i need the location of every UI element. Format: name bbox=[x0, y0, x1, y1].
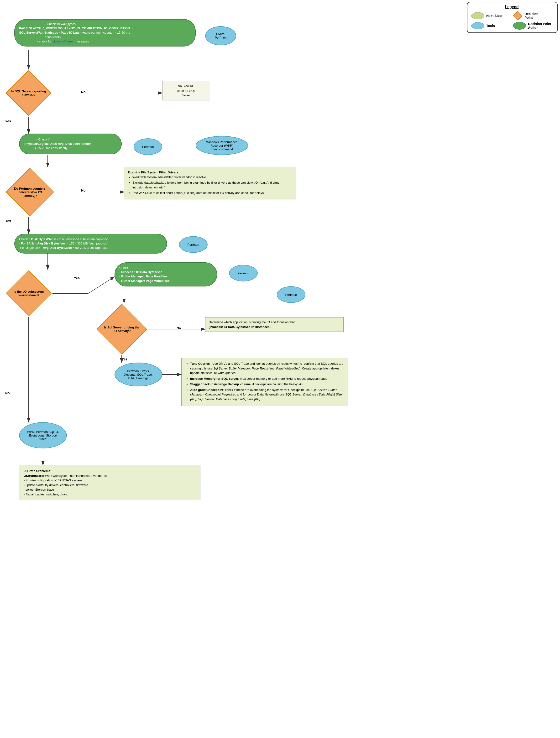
diamond1-container: Is SQL Server reportingslow I/O? bbox=[5, 69, 52, 117]
diamond4-label: Is Sql Server driving theI/O Activity? bbox=[100, 322, 144, 337]
diamond1-text-container: Is SQL Server reportingslow I/O? bbox=[5, 69, 52, 117]
perfmon1-label: Perfmon bbox=[142, 145, 154, 148]
disk-latency-text: - Check if Physical/Logical Disk: Avg. D… bbox=[24, 138, 91, 150]
yes1-label: Yes bbox=[5, 119, 11, 123]
next-step-shape bbox=[471, 12, 484, 19]
disk-latency-cloud: - Check if Physical/Logical Disk: Avg. D… bbox=[19, 133, 122, 154]
flowchart-container: Legend Next Step DecisionPoint Tools Dec… bbox=[0, 0, 560, 738]
dmvs-perfmon-tool: DMVs,Perfmon bbox=[205, 26, 236, 45]
diamond3-label: Is the I/O subsystemoverwhelmed? bbox=[10, 286, 47, 301]
legend-item-next: Next Step bbox=[471, 12, 511, 19]
disk-bytes-text: Check if Disk Bytes/Sec is close to/beyo… bbox=[19, 237, 108, 250]
no2-label: No bbox=[81, 189, 86, 192]
wait-types-cloud: - Check for wait_types: PAGEIOLATCH_*, W… bbox=[14, 19, 196, 46]
decision-point-label: DecisionPoint bbox=[524, 12, 538, 20]
yes2-label: Yes bbox=[5, 219, 11, 223]
legend-item-decision: DecisionPoint bbox=[513, 11, 552, 20]
wpr-tool: Windows PerformanceRecorder (WPR)Fltmc c… bbox=[196, 136, 248, 155]
filter-item-1: Work with system admin/filter driver ven… bbox=[132, 175, 292, 179]
legend-box: Legend Next Step DecisionPoint Tools Dec… bbox=[467, 2, 558, 33]
diamond4-container: Is Sql Server driving theI/O Activity? bbox=[95, 303, 148, 355]
io-data-text: Check - Process : IO Data Bytes/sec - Bu… bbox=[119, 266, 170, 283]
diamond2-text-container: Do Perfmon countersindicate slow I/O(lat… bbox=[5, 167, 55, 217]
tune-list: Tune Queries : Use DMVs and SQL Trace an… bbox=[186, 361, 344, 401]
yes4-label: Yes bbox=[122, 357, 127, 361]
no4-label: No bbox=[177, 326, 181, 330]
tools-label: Tools bbox=[486, 24, 495, 28]
disk-bytes-cloud: Check if Disk Bytes/Sec is close to/beyo… bbox=[14, 234, 167, 254]
dmvs-perfmon-label: DMVs,Perfmon bbox=[215, 32, 226, 39]
io-path-text: I/O Path Problems: OS/Hardware: Work wit… bbox=[24, 469, 107, 496]
tune-item-2: Increase Memory for SQL Server: max serv… bbox=[190, 376, 344, 381]
perfmon2-tool: Perfmon bbox=[179, 236, 208, 253]
filter-item-2: Exclude data/log/backup folders from bei… bbox=[132, 180, 292, 190]
no-slow-io-box: No Slow I/Oissue for SQLServer bbox=[162, 81, 210, 100]
determine-text: Determine which application is driving t… bbox=[209, 320, 295, 329]
filter-drivers-list: Work with system admin/filter driver ven… bbox=[128, 175, 292, 196]
perfmon3-label: Perfmon bbox=[237, 272, 249, 275]
tune-item-1: Tune Queries : Use DMVs and SQL Trace an… bbox=[190, 361, 344, 375]
legend-item-tools: Tools bbox=[471, 22, 511, 29]
no-slow-io-text: No Slow I/Oissue for SQLServer bbox=[177, 84, 196, 97]
perfmon-dmvs-label: Perfmon, DMVs,Xevents, SQL Trace,DTA, Er… bbox=[124, 369, 153, 380]
filter-item-3: Use WPR.exe to collect short-period(<10 … bbox=[132, 191, 292, 196]
legend-item-action: Decision PointAction bbox=[513, 22, 552, 30]
tune-queries-box: Tune Queries : Use DMVs and SQL Trace an… bbox=[181, 358, 348, 406]
filter-drivers-title: Examine File System Filter Drivers: bbox=[128, 170, 179, 174]
perfmon-dmvs-tool: Perfmon, DMVs,Xevents, SQL Trace,DTA, Er… bbox=[114, 363, 162, 386]
wpr-label: Windows PerformanceRecorder (WPR)Fltmc c… bbox=[206, 140, 238, 151]
diamond1-label: Is SQL Server reportingslow I/O? bbox=[6, 85, 51, 101]
no3-label: No bbox=[5, 391, 10, 395]
perfmon1-tool: Perfmon bbox=[133, 138, 162, 155]
diamond2-label: Do Perfmon countersindicate slow I/O(lat… bbox=[10, 183, 49, 201]
diamond4-text-container: Is Sql Server driving theI/O Activity? bbox=[95, 303, 148, 355]
legend-grid: Next Step DecisionPoint Tools Decision P… bbox=[471, 11, 552, 30]
tune-item-3: Stagger backups/change Backup volume: if… bbox=[190, 382, 344, 387]
io-data-cloud: Check - Process : IO Data Bytes/sec - Bu… bbox=[114, 262, 217, 287]
perfmon3-tool: Perfmon bbox=[229, 265, 258, 282]
action-label: Decision PointAction bbox=[528, 22, 551, 30]
next-step-label: Next Step bbox=[486, 14, 502, 18]
svg-line-15 bbox=[88, 277, 114, 293]
tools-shape bbox=[471, 22, 484, 29]
perfmon4-label: Perfmon bbox=[285, 293, 297, 297]
filter-drivers-box: Examine File System Filter Drivers: Work… bbox=[124, 167, 296, 200]
io-path-box: I/O Path Problems: OS/Hardware: Work wit… bbox=[19, 465, 201, 500]
diamond3-text-container: Is the I/O subsystemoverwhelmed? bbox=[5, 270, 52, 317]
perfmon4-tool: Perfmon bbox=[277, 286, 305, 303]
action-shape bbox=[513, 22, 526, 30]
wait-types-text: - Check for wait_types: PAGEIOLATCH_*, W… bbox=[19, 22, 133, 43]
diamond2-container: Do Perfmon countersindicate slow I/O(lat… bbox=[5, 167, 55, 217]
stalled-io-link[interactable]: stalled I/O error bbox=[52, 40, 74, 43]
no1-label: No bbox=[81, 90, 86, 94]
yes3-label: Yes bbox=[74, 276, 80, 280]
diamond3-container: Is the I/O subsystemoverwhelmed? bbox=[5, 270, 52, 317]
perfmon2-label: Perfmon bbox=[187, 243, 199, 247]
tune-item-4: Auto grow/Checkpoint: check if these are… bbox=[190, 388, 344, 402]
determine-box: Determine which application is driving t… bbox=[205, 317, 344, 332]
legend-title: Legend bbox=[471, 5, 552, 9]
wpr-sqlio-label: WPR, Perfmon,SQLIO,Event Logs, Storportt… bbox=[27, 430, 59, 441]
wpr-sqlio-tool: WPR, Perfmon,SQLIO,Event Logs, Storportt… bbox=[19, 422, 67, 448]
